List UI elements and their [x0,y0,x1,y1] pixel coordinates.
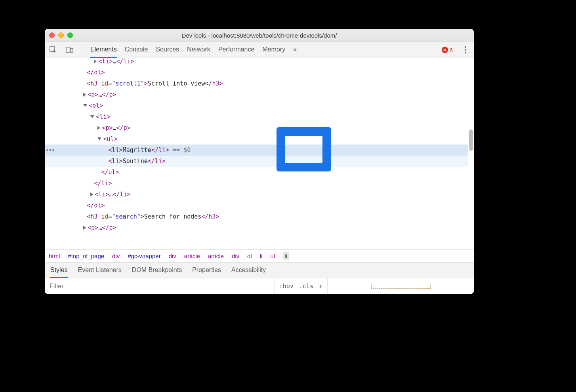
breadcrumb-item[interactable]: div [169,253,176,259]
tab-dom-breakpoints[interactable]: DOM Breakpoints [132,263,182,278]
svg-point-5 [465,52,466,53]
breadcrumb-item[interactable]: ol [247,253,252,259]
toolbar-divider [82,45,82,55]
tab-console[interactable]: Console [125,42,148,58]
window-title: DevTools - localhost:8080/web/tools/chro… [45,32,474,39]
tab-more[interactable]: » [293,42,297,58]
disclosure-down-icon[interactable] [97,137,101,140]
disclosure-down-icon[interactable] [90,115,94,118]
dom-node[interactable]: <li>Soutine</li> [45,156,468,167]
dom-node[interactable]: <p>…</p> [45,89,468,100]
breadcrumb-item[interactable]: div [112,253,120,259]
elements-dom-tree[interactable]: <li>…</li> </ol> <h3 id="scroll1">Scroll… [45,58,474,249]
toolbar-divider [457,45,457,55]
dom-node[interactable]: <li>…</li> [45,58,468,67]
new-style-rule-button[interactable]: + [319,283,322,290]
dom-node[interactable]: </li> [45,178,468,189]
breadcrumb-item[interactable]: ul [270,253,275,259]
devtools-window: DevTools - localhost:8080/web/tools/chro… [45,29,474,294]
close-window-button[interactable] [49,32,55,38]
svg-point-4 [465,49,466,51]
dom-node[interactable]: </ol> [45,200,468,211]
disclosure-right-icon[interactable] [97,126,100,130]
toggle-hov-button[interactable]: :hov [279,283,294,290]
dom-node[interactable]: <h3 id="scroll1">Scroll into view</h3> [45,78,468,89]
sidebar-tabs: Styles Event Listeners DOM Breakpoints P… [45,262,474,278]
computed-box-placeholder [327,278,474,294]
tab-properties[interactable]: Properties [192,263,221,278]
box-model-preview [371,284,431,289]
dom-node[interactable]: </ol> [45,67,468,78]
disclosure-right-icon[interactable] [83,93,86,97]
breadcrumb-item[interactable]: html [49,253,60,259]
breadcrumb-item-current[interactable]: li [283,252,289,260]
dom-breadcrumb: html #top_of_page div #gc-wrapper div ar… [45,249,474,262]
tab-network[interactable]: Network [187,42,210,58]
breadcrumb-item[interactable]: li [260,253,263,259]
dom-node[interactable]: </ul> [45,167,468,178]
tab-memory[interactable]: Memory [262,42,285,58]
styles-filter-input[interactable] [45,278,274,294]
dom-node[interactable]: <li>…</li> [45,189,468,200]
error-icon: ✕ [442,47,448,53]
dom-node[interactable]: <p>…</p> [45,222,468,233]
device-toolbar-icon[interactable] [65,46,74,54]
disclosure-right-icon[interactable] [94,59,97,63]
error-count[interactable]: ✕ 6 [442,47,453,53]
zoom-window-button[interactable] [67,32,73,38]
breadcrumb-item[interactable]: div [232,253,239,259]
error-count-value: 6 [450,47,453,53]
breadcrumb-item[interactable]: article [208,253,224,259]
svg-rect-1 [66,47,70,52]
scrollbar[interactable] [468,58,473,249]
dom-node-selected[interactable]: ••• <li>Magritte</li> == $0 [45,145,468,156]
styles-toolbar: :hov .cls + [45,278,474,294]
titlebar: DevTools - localhost:8080/web/tools/chro… [45,29,474,42]
tab-performance[interactable]: Performance [218,42,255,58]
toggle-cls-button[interactable]: .cls [299,283,313,290]
tab-elements[interactable]: Elements [90,42,117,58]
dom-node[interactable]: <h3 id="search">Search for nodes</h3> [45,211,468,222]
dom-node[interactable]: <li> [45,111,468,122]
minimize-window-button[interactable] [58,32,64,38]
scrollbar-thumb[interactable] [469,129,473,151]
inspect-element-icon[interactable] [49,46,57,54]
disclosure-right-icon[interactable] [90,192,93,196]
dom-node[interactable]: <ol> [45,100,468,111]
tab-event-listeners[interactable]: Event Listeners [78,263,122,278]
main-toolbar: Elements Console Sources Network Perform… [45,42,474,58]
breadcrumb-item[interactable]: #top_of_page [68,253,104,259]
breadcrumb-item[interactable]: #gc-wrapper [128,253,160,259]
disclosure-down-icon[interactable] [83,104,87,107]
tab-accessibility[interactable]: Accessibility [231,263,266,278]
ellipsis-icon[interactable]: ••• [46,145,54,156]
disclosure-right-icon[interactable] [83,226,86,230]
dom-node[interactable]: <p>…</p> [45,122,468,133]
dom-node[interactable]: <ul> [45,133,468,145]
tab-sources[interactable]: Sources [156,42,179,58]
breadcrumb-item[interactable]: article [184,253,200,259]
kebab-menu-icon[interactable] [461,46,470,54]
window-controls [45,32,73,38]
tab-styles[interactable]: Styles [50,263,68,278]
svg-rect-2 [71,48,73,52]
svg-point-3 [465,46,466,48]
